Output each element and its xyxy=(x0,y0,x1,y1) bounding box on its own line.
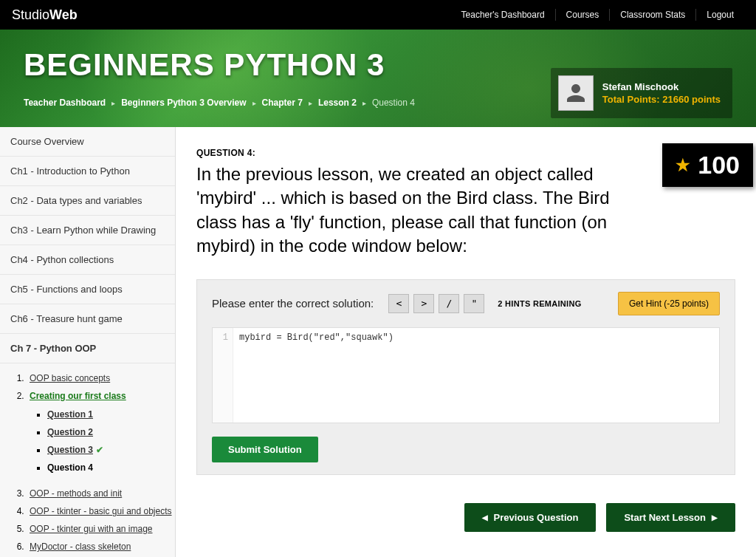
logo-text-light: Studio xyxy=(12,7,49,22)
submit-solution-button[interactable]: Submit Solution xyxy=(212,437,318,462)
char-button-quote[interactable]: " xyxy=(464,294,484,313)
user-info-text: Stefan Mischook Total Points: 21660 poin… xyxy=(602,81,721,105)
sidebar-lessons-list: OOP basic concepts Creating our first cl… xyxy=(0,363,175,557)
question-link[interactable]: Question 3 xyxy=(47,445,93,455)
editor-prompt: Please enter the correct solution: xyxy=(212,297,374,310)
breadcrumb-separator: ▸ xyxy=(362,99,366,107)
breadcrumb-separator: ▸ xyxy=(309,99,312,107)
sidebar-lesson-6[interactable]: MyDoctor - class skeleton xyxy=(27,538,175,556)
star-icon: ★ xyxy=(676,156,690,175)
breadcrumb-current: Question 4 xyxy=(372,98,415,108)
sidebar-chapter-2[interactable]: Ch2 - Data types and variables xyxy=(0,186,175,216)
lesson-link[interactable]: OOP - tkinter gui with an image xyxy=(30,524,153,534)
char-button-gt[interactable]: > xyxy=(413,294,434,313)
nav-teachers-dashboard[interactable]: Teacher's Dashboard xyxy=(451,9,555,21)
sidebar-questions-list: Question 1 Question 2 Question 3✔ Questi… xyxy=(30,401,172,481)
sidebar-chapter-1[interactable]: Ch1 - Introduction to Python xyxy=(0,157,175,186)
editor-toolbar: Please enter the correct solution: < > /… xyxy=(212,292,720,315)
nav-logout[interactable]: Logout xyxy=(695,9,744,21)
user-name: Stefan Mischook xyxy=(602,81,721,92)
sidebar-chapter-4[interactable]: Ch4 - Python collections xyxy=(0,245,175,275)
code-editor[interactable]: 1 mybird = Bird("red","squawk") xyxy=(212,327,720,423)
question-label: QUESTION 4: xyxy=(196,148,735,158)
sidebar-question-2[interactable]: Question 2 xyxy=(47,423,172,441)
sidebar-chapter-7-current[interactable]: Ch 7 - Python OOP xyxy=(0,334,175,363)
nav-courses[interactable]: Courses xyxy=(555,9,610,21)
lesson-link[interactable]: OOP basic concepts xyxy=(30,373,110,383)
points-value: 21660 points xyxy=(662,94,721,105)
breadcrumb-chapter[interactable]: Chapter 7 xyxy=(262,98,303,108)
points-label: Total Points: xyxy=(602,94,660,105)
breadcrumb-course-overview[interactable]: Beginners Python 3 Overview xyxy=(121,98,246,108)
question-content: ★ 100 QUESTION 4: In the previous lesson… xyxy=(176,127,756,557)
sidebar-chapter-5[interactable]: Ch5 - Functions and loops xyxy=(0,275,175,304)
sidebar-course-overview[interactable]: Course Overview xyxy=(0,127,175,157)
sidebar-lesson-3[interactable]: OOP - methods and init xyxy=(27,485,175,502)
previous-question-button[interactable]: ◀ Previous Question xyxy=(464,503,597,532)
next-label: Start Next Lesson xyxy=(624,512,706,523)
sidebar-lesson-4[interactable]: OOP - tkinter - basic gui and objects xyxy=(27,502,175,520)
lesson-link[interactable]: OOP - methods and init xyxy=(30,488,122,499)
main-layout: Course Overview Ch1 - Introduction to Py… xyxy=(0,127,756,557)
lesson-link[interactable]: OOP - tkinter - basic gui and objects xyxy=(30,506,172,516)
sidebar-chapter-6[interactable]: Ch6 - Treasure hunt game xyxy=(0,304,175,334)
check-icon: ✔ xyxy=(96,445,103,455)
top-nav-bar: StudioWeb Teacher's Dashboard Courses Cl… xyxy=(0,0,756,30)
course-sidebar: Course Overview Ch1 - Introduction to Py… xyxy=(0,127,176,557)
breadcrumb-separator: ▸ xyxy=(252,99,256,107)
sidebar-question-4-current[interactable]: Question 4 xyxy=(47,459,172,476)
char-button-slash[interactable]: / xyxy=(439,294,459,313)
code-text[interactable]: mybird = Bird("red","squawk") xyxy=(233,328,399,423)
sidebar-lesson-1[interactable]: OOP basic concepts xyxy=(27,369,175,387)
next-lesson-button[interactable]: Start Next Lesson ▶ xyxy=(606,503,735,532)
breadcrumb-teacher-dashboard[interactable]: Teacher Dashboard xyxy=(24,98,106,108)
sidebar-question-1[interactable]: Question 1 xyxy=(47,406,172,423)
question-current-label: Question 4 xyxy=(47,462,93,473)
question-link[interactable]: Question 1 xyxy=(47,409,93,420)
question-text: In the previous lesson, we created an ob… xyxy=(196,163,610,259)
chevron-left-icon: ◀ xyxy=(482,513,488,522)
site-logo[interactable]: StudioWeb xyxy=(12,7,78,23)
line-number: 1 xyxy=(223,332,228,343)
char-button-lt[interactable]: < xyxy=(388,294,409,313)
lesson-link[interactable]: Creating our first class xyxy=(30,391,126,401)
score-badge: ★ 100 xyxy=(662,143,753,187)
breadcrumb: Teacher Dashboard ▸ Beginners Python 3 O… xyxy=(24,98,415,114)
person-icon xyxy=(563,80,589,106)
sidebar-lesson-5[interactable]: OOP - tkinter gui with an image xyxy=(27,520,175,538)
nav-classroom-stats[interactable]: Classroom Stats xyxy=(609,9,695,21)
score-value: 100 xyxy=(698,151,740,180)
course-header: BEGINNERS PYTHON 3 Teacher Dashboard ▸ B… xyxy=(0,30,756,127)
top-nav-links: Teacher's Dashboard Courses Classroom St… xyxy=(451,9,744,21)
editor-panel: Please enter the correct solution: < > /… xyxy=(196,279,735,475)
prev-label: Previous Question xyxy=(494,512,579,523)
sidebar-lesson-2-active[interactable]: Creating our first class Question 1 Ques… xyxy=(27,387,175,485)
sidebar-chapter-3[interactable]: Ch3 - Learn Python while Drawing xyxy=(0,216,175,245)
sidebar-question-3[interactable]: Question 3✔ xyxy=(47,441,172,459)
user-info-box: Stefan Mischook Total Points: 21660 poin… xyxy=(551,68,732,118)
char-button-group: < > / " xyxy=(388,294,484,313)
question-link[interactable]: Question 2 xyxy=(47,427,93,437)
user-points: Total Points: 21660 points xyxy=(602,94,721,105)
lesson-link[interactable]: MyDoctor - class skeleton xyxy=(30,541,131,552)
user-avatar[interactable] xyxy=(558,75,594,111)
breadcrumb-lesson[interactable]: Lesson 2 xyxy=(318,98,357,108)
get-hint-button[interactable]: Get Hint (-25 points) xyxy=(618,292,720,315)
logo-text-bold: Web xyxy=(49,7,78,22)
line-number-gutter: 1 xyxy=(213,328,233,423)
chevron-right-icon: ▶ xyxy=(712,513,718,522)
breadcrumb-separator: ▸ xyxy=(111,99,115,107)
hints-remaining-label: 2 HINTS REMAINING xyxy=(498,299,581,308)
question-nav-buttons: ◀ Previous Question Start Next Lesson ▶ xyxy=(196,503,735,532)
